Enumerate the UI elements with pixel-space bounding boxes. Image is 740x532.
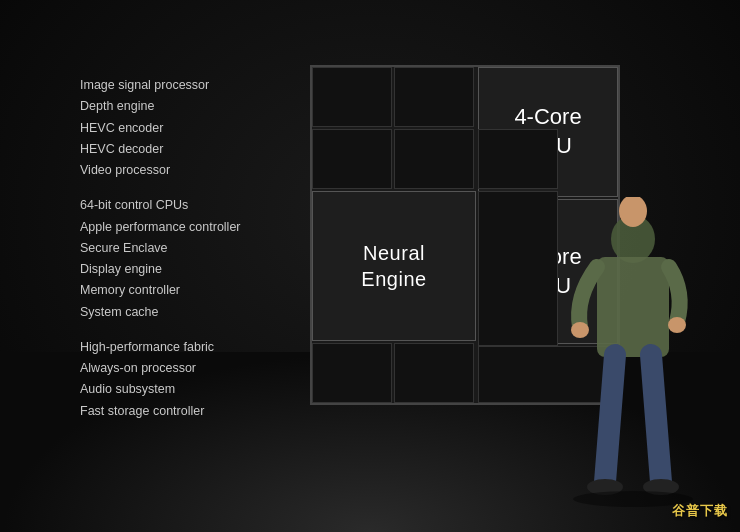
chip-block-m2 [394, 129, 474, 189]
watermark: 谷普下载 [672, 502, 728, 520]
spec-item: 64-bit control CPUs [80, 195, 241, 216]
chip-block-b1 [312, 343, 392, 403]
spec-item: Memory controller [80, 280, 241, 301]
chip-block-mid [478, 191, 558, 346]
spec-item: Secure Enclave [80, 238, 241, 259]
chip-block-b2 [394, 343, 474, 403]
chip-block-t1 [312, 67, 392, 127]
spec-item: Image signal processor [80, 75, 241, 96]
spec-item: Always-on processor [80, 358, 241, 379]
neural-engine-label: Neural Engine [361, 240, 426, 292]
spec-item: Depth engine [80, 96, 241, 117]
spec-item: Apple performance controller [80, 217, 241, 238]
svg-rect-2 [597, 257, 669, 357]
spec-item: HEVC encoder [80, 118, 241, 139]
spec-group-2: 64-bit control CPUs Apple performance co… [80, 195, 241, 323]
spec-item: HEVC decoder [80, 139, 241, 160]
spec-item: System cache [80, 302, 241, 323]
chip-block-neural: Neural Engine [312, 191, 476, 341]
chip-block-t2 [394, 67, 474, 127]
spec-group-1: Image signal processor Depth engine HEVC… [80, 75, 241, 181]
spec-group-3: High-performance fabric Always-on proces… [80, 337, 241, 422]
presenter-silhouette [555, 197, 710, 507]
spec-list: Image signal processor Depth engine HEVC… [80, 75, 241, 436]
spec-item: High-performance fabric [80, 337, 241, 358]
svg-point-4 [668, 317, 686, 333]
svg-point-3 [571, 322, 589, 338]
spec-item: Video processor [80, 160, 241, 181]
spec-item: Audio subsystem [80, 379, 241, 400]
spec-item: Display engine [80, 259, 241, 280]
chip-block-m1 [312, 129, 392, 189]
scene: Image signal processor Depth engine HEVC… [0, 0, 740, 532]
spec-item: Fast storage controller [80, 401, 241, 422]
chip-block-r1 [478, 129, 558, 189]
